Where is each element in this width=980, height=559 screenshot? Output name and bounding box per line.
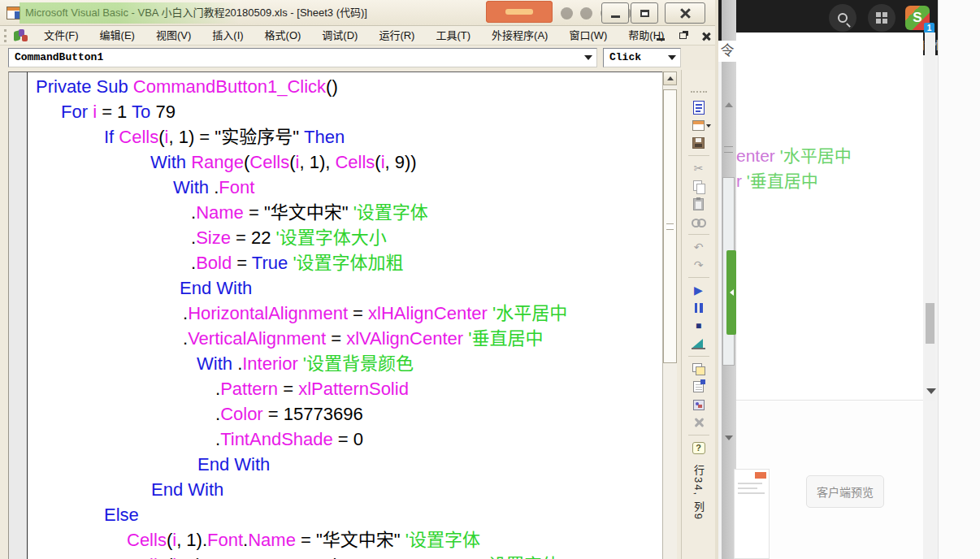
s-app-letter: S	[913, 10, 921, 26]
close-button[interactable]	[665, 2, 705, 24]
faded-overlay-icon	[561, 7, 573, 20]
chevron-down-icon[interactable]	[668, 55, 676, 60]
find-icon[interactable]	[687, 213, 711, 231]
splitter-grip[interactable]	[724, 146, 733, 153]
title-bar[interactable]: Microsoft Visual Basic - VBA 小白入门教程20180…	[0, 0, 718, 26]
toolbar-grip[interactable]	[691, 91, 707, 93]
reset-icon[interactable]: ■	[687, 317, 711, 335]
code-line: Cells(i, 1).Font.Name = "Times New Roman…	[36, 552, 662, 559]
menu-item-编辑E[interactable]: 编辑(E)	[89, 26, 145, 45]
run-icon[interactable]: ▶	[687, 281, 711, 299]
break-icon[interactable]	[687, 299, 711, 317]
code-line: .Color = 15773696	[36, 401, 662, 427]
code-editor[interactable]: Private Sub CommandButton1_Click()For i …	[27, 72, 662, 559]
menu-item-工具T[interactable]: 工具(T)	[425, 26, 481, 45]
menu-item-格式O[interactable]: 格式(O)	[254, 26, 312, 45]
insert-userform-icon[interactable]	[687, 116, 711, 134]
scroll-down-icon[interactable]	[725, 436, 733, 440]
code-line: .Bold = True '设置字体加粗	[36, 250, 662, 275]
mdi-restore-icon[interactable]	[679, 32, 687, 39]
procedure-dropdown[interactable]: Click	[603, 48, 681, 67]
code-lines: Private Sub CommandButton1_Click()For i …	[36, 74, 662, 559]
document-scrollbar[interactable]	[925, 32, 935, 401]
menu-item-插入I[interactable]: 插入(I)	[202, 26, 254, 45]
menu-item-视图V[interactable]: 视图(V)	[145, 26, 202, 45]
object-dropdown-value: CommandButton1	[15, 51, 103, 63]
code-line: End With	[36, 477, 662, 502]
code-scrollbar[interactable]	[662, 72, 677, 559]
redo-icon[interactable]: ↷	[687, 256, 711, 274]
search-icon[interactable]	[829, 4, 856, 32]
view-excel-icon[interactable]	[687, 98, 711, 116]
menu-bar: 文件(F)编辑(E)视图(V)插入(I)格式(O)调试(D)运行(R)工具(T)…	[0, 26, 718, 46]
scroll-up-icon[interactable]	[725, 102, 733, 107]
code-line: End With	[36, 275, 662, 301]
code-line: r '垂直居中	[736, 168, 923, 193]
toolbar-separator	[688, 435, 709, 436]
toolbar-separator	[688, 234, 709, 235]
undo-icon[interactable]: ↶	[687, 238, 711, 256]
menu-item-调试D[interactable]: 调试(D)	[311, 26, 368, 45]
copy-icon[interactable]	[687, 177, 711, 195]
mdi-window-controls	[657, 26, 710, 46]
faded-overlay-icon	[580, 7, 592, 20]
chevron-down-icon[interactable]	[584, 55, 592, 60]
cursor-position-status: 行34, 列9	[691, 465, 706, 521]
toolbox-icon[interactable]	[687, 414, 711, 431]
code-line: .VerticalAlignment = xlVAlignCenter '垂直居…	[36, 326, 662, 351]
background-browser: S 1 虫一般食品标Vmobi合集_一图读懂201 已保存 enter '水平居…	[715, 0, 980, 559]
vba-logo-icon	[14, 29, 28, 42]
properties-window-icon[interactable]	[687, 378, 711, 396]
s-app-icon[interactable]: S 1	[904, 4, 931, 32]
thumbnail-accent	[755, 472, 766, 479]
document-code-fragments: enter '水平居中r '垂直居中	[736, 143, 923, 193]
cut-icon[interactable]: ✂	[687, 159, 711, 177]
client-preview-button[interactable]: 客户端预览	[806, 475, 884, 508]
document-scroll-down-icon[interactable]	[926, 388, 936, 394]
procedure-dropdown-value: Click	[609, 51, 641, 63]
mdi-minimize-icon[interactable]	[657, 38, 665, 41]
code-line: With .Font	[36, 175, 662, 200]
code-line: End With	[36, 452, 662, 477]
scroll-up-icon	[667, 76, 674, 80]
vba-editor-window: Microsoft Visual Basic - VBA 小白入门教程20180…	[0, 0, 718, 559]
help-icon[interactable]: ?	[687, 439, 711, 457]
code-line: Else	[36, 502, 662, 527]
design-mode-icon[interactable]	[687, 335, 711, 353]
close-icon	[680, 8, 691, 19]
green-collapse-handle[interactable]	[726, 250, 736, 335]
toolbar-separator	[688, 277, 709, 278]
vba-side-toolbar: ✂↶↷▶■?行34, 列9	[681, 70, 715, 559]
thumb-grip-icon	[666, 223, 674, 230]
maximize-button[interactable]	[631, 2, 658, 24]
apps-grid-icon[interactable]	[868, 4, 895, 32]
menu-items: 文件(F)编辑(E)视图(V)插入(I)格式(O)调试(D)运行(R)工具(T)…	[33, 26, 674, 45]
margin-indicator-bar[interactable]	[8, 72, 27, 559]
mdi-close-icon[interactable]	[701, 32, 710, 41]
menu-item-运行R[interactable]: 运行(R)	[368, 26, 425, 45]
minimize-button[interactable]	[601, 2, 629, 24]
maximize-icon	[640, 10, 649, 17]
right-column-panel	[939, 0, 980, 559]
code-line: .HorizontalAlignment = xlHAlignCenter '水…	[36, 301, 662, 326]
menu-item-窗口W[interactable]: 窗口(W)	[558, 26, 618, 45]
save-icon[interactable]	[687, 134, 711, 152]
preview-thumbnail[interactable]	[734, 469, 770, 559]
menu-item-文件F[interactable]: 文件(F)	[33, 26, 89, 45]
object-browser-icon[interactable]	[687, 396, 711, 414]
object-dropdown[interactable]: CommandButton1	[8, 48, 597, 67]
toolbar-grip[interactable]	[4, 29, 7, 42]
menu-item-外接程序A[interactable]: 外接程序(A)	[481, 26, 558, 45]
paste-icon[interactable]	[687, 195, 711, 213]
peek-character: 令	[718, 41, 736, 62]
code-scroll-thumb[interactable]	[663, 89, 677, 363]
code-line: For i = 1 To 79	[36, 99, 662, 124]
document-scroll-thumb[interactable]	[926, 303, 934, 344]
window-right-frame	[715, 0, 718, 559]
code-line: enter '水平居中	[736, 143, 923, 168]
project-explorer-icon[interactable]	[687, 360, 711, 378]
code-line: .Size = 22 '设置字体大小	[36, 225, 662, 250]
toolbar-separator	[688, 356, 709, 357]
scroll-up-button[interactable]	[663, 72, 677, 85]
code-line: Private Sub CommandButton1_Click()	[36, 74, 662, 99]
